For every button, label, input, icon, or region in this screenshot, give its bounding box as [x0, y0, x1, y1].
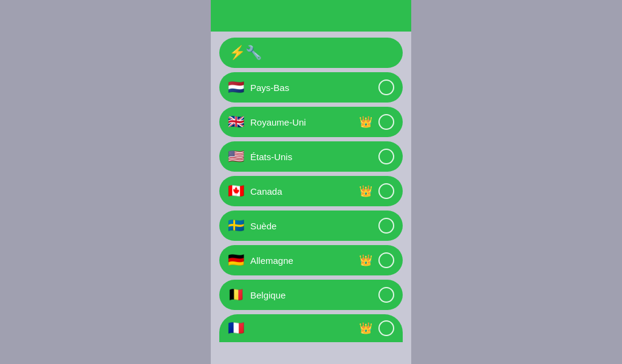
flag-nl: 🇳🇱 — [228, 81, 244, 94]
flag-be: 🇧🇪 — [228, 288, 244, 302]
server-name-us: États-Unis — [250, 152, 378, 162]
crown-icon-gb: 👑 — [359, 115, 372, 129]
server-name-gb: Royaume-Uni — [250, 117, 359, 127]
server-item-be[interactable]: 🇧🇪Belgique — [219, 280, 403, 310]
server-list: ⚡🔧 🇳🇱Pays-Bas🇬🇧Royaume-Uni👑🇺🇸États-Unis🇨… — [211, 32, 411, 364]
server-item-de[interactable]: 🇩🇪Allemagne👑 — [219, 245, 403, 275]
server-items-container: 🇳🇱Pays-Bas🇬🇧Royaume-Uni👑🇺🇸États-Unis🇨🇦Ca… — [219, 72, 403, 310]
app-window: ⚡🔧 🇳🇱Pays-Bas🇬🇧Royaume-Uni👑🇺🇸États-Unis🇨… — [211, 0, 411, 364]
fastest-icon: ⚡🔧 — [229, 46, 262, 59]
flag-gb: 🇬🇧 — [228, 115, 244, 129]
partial-radio-button[interactable] — [378, 320, 394, 336]
server-item-gb[interactable]: 🇬🇧Royaume-Uni👑 — [219, 107, 403, 137]
radio-de[interactable] — [378, 252, 394, 268]
flag-se: 🇸🇪 — [228, 219, 244, 232]
server-item-ca[interactable]: 🇨🇦Canada👑 — [219, 176, 403, 206]
flag-de: 🇩🇪 — [228, 254, 244, 267]
partial-flag: 🇫🇷 — [228, 322, 244, 335]
server-name-nl: Pays-Bas — [250, 83, 378, 93]
flag-us: 🇺🇸 — [228, 150, 244, 163]
radio-nl[interactable] — [378, 79, 394, 95]
radio-us[interactable] — [378, 149, 394, 164]
radio-ca[interactable] — [378, 183, 394, 199]
server-name-be: Belgique — [250, 290, 378, 300]
header — [211, 0, 411, 32]
server-name-ca: Canada — [250, 186, 359, 197]
phone-container: ⚡🔧 🇳🇱Pays-Bas🇬🇧Royaume-Uni👑🇺🇸États-Unis🇨… — [211, 0, 411, 364]
flag-ca: 🇨🇦 — [228, 184, 244, 198]
fastest-server-button[interactable]: ⚡🔧 — [219, 38, 403, 68]
radio-se[interactable] — [378, 218, 394, 234]
crown-icon-ca: 👑 — [359, 184, 372, 198]
radio-gb[interactable] — [378, 114, 394, 130]
crown-icon-de: 👑 — [359, 254, 372, 267]
partial-server-item[interactable]: 🇫🇷 👑 — [219, 314, 403, 342]
server-item-us[interactable]: 🇺🇸États-Unis — [219, 141, 403, 172]
server-name-de: Allemagne — [250, 255, 359, 266]
server-item-se[interactable]: 🇸🇪Suède — [219, 211, 403, 241]
server-item-nl[interactable]: 🇳🇱Pays-Bas — [219, 72, 403, 103]
partial-crown-icon: 👑 — [359, 322, 372, 335]
server-name-se: Suède — [250, 221, 378, 231]
radio-be[interactable] — [378, 287, 394, 303]
